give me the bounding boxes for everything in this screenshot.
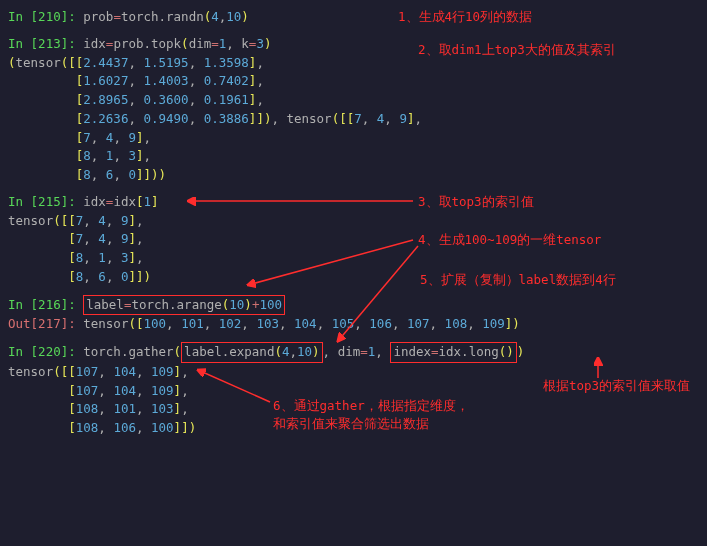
prompt-215: In [215]: [8,194,83,209]
highlight-arange: label=torch.arange(10)+100 [83,295,285,316]
annotation-5: 5、扩展（复制）label数据到4行 [420,271,616,290]
result-213f: [8, 1, 3], [8,147,699,166]
code-215: idx=idx[1] [83,194,158,209]
result-213d: [2.2636, 0.9490, 0.3886]]), tensor([[7, … [8,110,699,129]
block-213: In [213]: idx=prob.topk(dim=1, k=3) 2、取d… [8,35,699,185]
code-220: torch.gather(label.expand(4,10), dim=1, … [83,344,524,359]
annotation-2: 2、取dim1上top3大的值及其索引 [418,41,616,60]
block-220: In [220]: torch.gather(label.expand(4,10… [8,342,699,438]
prompt-217: Out[217]: [8,316,83,331]
arrow-icon [188,360,288,410]
annotation-6b: 和索引值来聚合筛选出数据 [273,415,429,434]
prompt-220: In [220]: [8,344,83,359]
highlight-index: index=idx.long() [390,342,516,363]
result-213e: [7, 4, 9], [8,129,699,148]
arrow-icon [568,356,628,381]
code-213: idx=prob.topk(dim=1, k=3) [83,36,271,51]
result-213g: [8, 6, 0]])) [8,166,699,185]
annotation-4: 4、生成100~109的一维tensor [418,231,601,250]
result-217: tensor([100, 101, 102, 103, 104, 105, 10… [83,316,520,331]
prompt-210: In [210]: [8,9,83,24]
annotation-1: 1、生成4行10列的数据 [398,8,532,27]
svg-line-4 [198,370,270,402]
arrow-icon [318,241,438,351]
prompt-213: In [213]: [8,36,83,51]
annotation-3: 3、取top3的索引值 [418,193,534,212]
prompt-216: In [216]: [8,297,83,312]
block-210: In [210]: prob=torch.randn(4,10) 1、生成4行1… [8,8,699,27]
block-216: In [216]: label=torch.arange(10)+100 Out… [8,295,699,335]
result-213b: [1.6027, 1.4003, 0.7402], [8,72,699,91]
code-210: prob=torch.randn(4,10) [83,9,249,24]
result-213c: [2.8965, 0.3600, 0.1961], [8,91,699,110]
annotation-6a: 6、通过gather，根据指定维度， [273,397,469,416]
svg-line-3 [338,246,418,341]
